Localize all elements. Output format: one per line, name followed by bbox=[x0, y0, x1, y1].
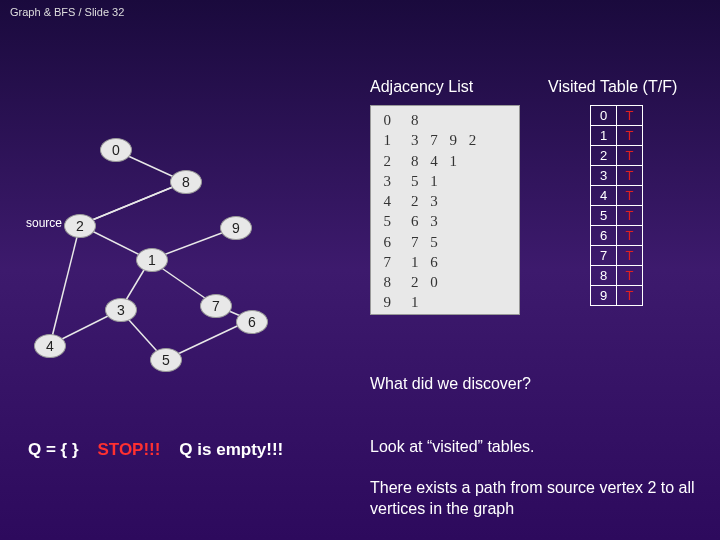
graph-node-6: 6 bbox=[236, 310, 268, 334]
adj-row: 35 1 bbox=[379, 171, 511, 191]
adjacency-list-label: Adjacency List bbox=[370, 78, 473, 96]
adj-row: 13 7 9 2 bbox=[379, 130, 511, 150]
lookat-text: Look at “visited” tables. bbox=[370, 438, 535, 456]
graph-node-9: 9 bbox=[220, 216, 252, 240]
adj-row: 56 3 bbox=[379, 211, 511, 231]
q-empty-text: Q is empty!!! bbox=[179, 440, 283, 459]
graph-diagram: source 0 8 2 9 1 3 7 4 5 6 bbox=[20, 120, 320, 380]
source-label: source bbox=[26, 216, 62, 230]
adj-row: 42 3 bbox=[379, 191, 511, 211]
svg-line-11 bbox=[80, 182, 185, 225]
queue-status-line: Q = { } STOP!!! Q is empty!!! bbox=[28, 440, 283, 460]
adj-row: 08 bbox=[379, 110, 511, 130]
graph-node-4: 4 bbox=[34, 334, 66, 358]
q-set: { } bbox=[61, 440, 79, 459]
slide-header: Graph & BFS / Slide 32 bbox=[0, 0, 720, 24]
adj-row: 82 0 bbox=[379, 272, 511, 292]
visited-table: 0T 1T 2T 3T 4T 5T 6T 7T 8T 9T bbox=[590, 105, 643, 306]
discover-question: What did we discover? bbox=[370, 375, 531, 393]
adj-row: 91 bbox=[379, 292, 511, 312]
graph-node-3: 3 bbox=[105, 298, 137, 322]
graph-node-1: 1 bbox=[136, 248, 168, 272]
adj-row: 71 6 bbox=[379, 252, 511, 272]
graph-node-7: 7 bbox=[200, 294, 232, 318]
graph-node-0: 0 bbox=[100, 138, 132, 162]
path-conclusion: There exists a path from source vertex 2… bbox=[370, 478, 700, 520]
graph-node-8: 8 bbox=[170, 170, 202, 194]
svg-line-2 bbox=[50, 225, 80, 345]
adj-row: 28 4 1 bbox=[379, 151, 511, 171]
graph-node-2: 2 bbox=[64, 214, 96, 238]
visited-table-label: Visited Table (T/F) bbox=[548, 78, 677, 96]
stop-text: STOP!!! bbox=[97, 440, 160, 459]
graph-node-5: 5 bbox=[150, 348, 182, 372]
q-prefix: Q = bbox=[28, 440, 61, 459]
adjacency-list: 08 13 7 9 2 28 4 1 35 1 42 3 56 3 67 5 7… bbox=[370, 105, 520, 315]
adj-row: 67 5 bbox=[379, 232, 511, 252]
